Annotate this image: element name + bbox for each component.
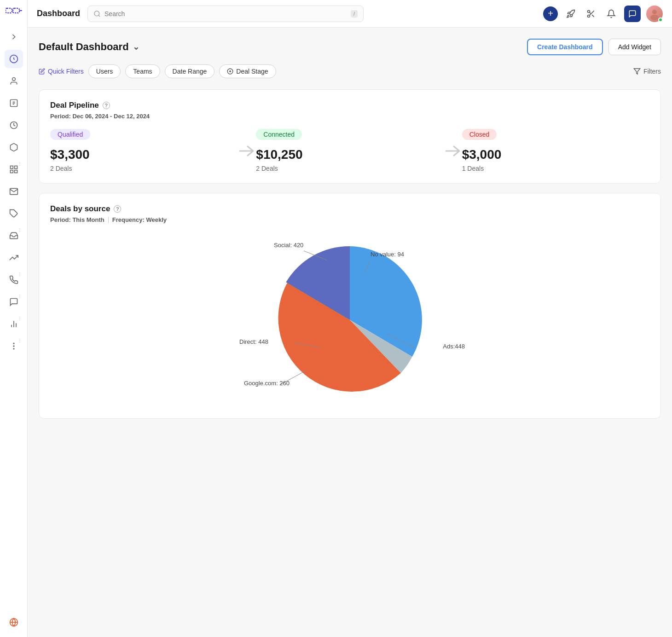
navbar-actions: + bbox=[543, 6, 663, 22]
deal-pipeline-title: Deal Pipeline ? bbox=[50, 101, 649, 110]
svg-point-21 bbox=[588, 10, 590, 12]
stage-amount-connected: $10,250 bbox=[256, 147, 443, 162]
page-header: Default Dashboard ⌄ Create Dashboard Add… bbox=[39, 39, 661, 55]
pie-label-social: Social: 420 bbox=[274, 242, 303, 249]
filter-chip-deal-stage[interactable]: Deal Stage bbox=[219, 64, 276, 78]
svg-rect-8 bbox=[10, 170, 13, 173]
quick-filters-bar: Quick Filters Users Teams Date Range Dea… bbox=[39, 64, 661, 78]
deals-by-source-card: Deals by source ? Period: This Month Fre… bbox=[39, 193, 661, 419]
online-indicator bbox=[658, 17, 663, 22]
svg-line-25 bbox=[590, 12, 591, 13]
svg-point-15 bbox=[13, 343, 14, 344]
pie-label-direct: Direct: 448 bbox=[239, 338, 268, 345]
pie-chart-svg bbox=[272, 242, 428, 398]
deal-stage-icon bbox=[227, 68, 233, 75]
stage-badge-connected: Connected bbox=[256, 129, 302, 140]
svg-point-27 bbox=[650, 15, 659, 20]
pie-label-google: Google.com: 260 bbox=[244, 380, 290, 387]
stage-amount-closed: $3,000 bbox=[462, 147, 649, 162]
sidebar-item-analytics[interactable]: ⋮ bbox=[5, 315, 23, 333]
sidebar-item-contacts[interactable] bbox=[5, 72, 23, 90]
pipeline-stage-closed: Closed $3,000 1 Deals bbox=[462, 129, 649, 172]
sidebar-item-reports[interactable] bbox=[5, 94, 23, 112]
quick-filters-label[interactable]: Quick Filters bbox=[39, 68, 84, 75]
create-dashboard-button[interactable]: Create Dashboard bbox=[527, 39, 603, 55]
svg-point-19 bbox=[94, 11, 99, 16]
sidebar-item-pipelines[interactable] bbox=[5, 249, 23, 267]
sidebar-item-widgets[interactable]: ⋮ bbox=[5, 160, 23, 179]
filter-chip-users[interactable]: Users bbox=[88, 64, 121, 78]
bell-icon[interactable] bbox=[604, 6, 619, 21]
user-avatar[interactable] bbox=[646, 6, 663, 22]
svg-marker-31 bbox=[634, 69, 640, 74]
sidebar-item-mail[interactable] bbox=[5, 182, 23, 201]
page-title[interactable]: Default Dashboard ⌄ bbox=[39, 41, 139, 53]
sidebar-item-inbox[interactable]: ⋮ bbox=[5, 226, 23, 245]
search-kbd: / bbox=[351, 10, 358, 17]
stage-badge-qualified: Qualified bbox=[50, 129, 90, 140]
deal-pipeline-card: Deal Pipeline ? Period: Dec 06, 2024 - D… bbox=[39, 89, 661, 184]
title-text: Dashboard bbox=[37, 9, 80, 18]
deals-by-source-title: Deals by source ? bbox=[50, 204, 649, 214]
content-area: Default Dashboard ⌄ Create Dashboard Add… bbox=[28, 28, 672, 637]
filter-icon bbox=[633, 68, 641, 75]
title-caret-icon: ⌄ bbox=[133, 42, 139, 52]
stage-deals-qualified: 2 Deals bbox=[50, 165, 238, 172]
deals-by-source-chart: No value: 94 bbox=[50, 232, 649, 407]
filter-chip-teams[interactable]: Teams bbox=[125, 64, 160, 78]
chat-button[interactable] bbox=[624, 6, 641, 22]
edit-icon bbox=[39, 68, 45, 75]
svg-rect-7 bbox=[14, 166, 17, 169]
sidebar-item-boxes[interactable] bbox=[5, 138, 23, 156]
sidebar-item-globe[interactable] bbox=[5, 613, 23, 631]
svg-line-24 bbox=[592, 15, 594, 17]
pipeline-stage-connected: Connected $10,250 2 Deals bbox=[256, 129, 443, 172]
main-container: Dashboard / + bbox=[28, 0, 672, 637]
search-bar[interactable]: / bbox=[87, 6, 364, 22]
sidebar-item-chat[interactable]: ⋮ bbox=[5, 293, 23, 311]
search-input[interactable] bbox=[104, 10, 347, 17]
deals-by-source-info-icon[interactable]: ? bbox=[114, 205, 121, 213]
add-button[interactable]: + bbox=[543, 6, 558, 21]
stage-deals-connected: 2 Deals bbox=[256, 165, 443, 172]
svg-point-26 bbox=[652, 10, 657, 14]
stage-amount-qualified: $3,300 bbox=[50, 147, 238, 162]
sidebar-item-broadcast[interactable]: ⋮ bbox=[5, 271, 23, 289]
filters-button[interactable]: Filters bbox=[633, 68, 661, 75]
deal-pipeline-info-icon[interactable]: ? bbox=[103, 102, 110, 109]
pipeline-stages: Qualified $3,300 2 Deals Connected $10,2… bbox=[50, 129, 649, 172]
svg-rect-1 bbox=[13, 8, 19, 13]
navbar: Dashboard / + bbox=[28, 0, 672, 28]
svg-point-3 bbox=[12, 78, 15, 81]
scissors-icon[interactable] bbox=[584, 6, 598, 21]
svg-rect-9 bbox=[14, 170, 17, 173]
deal-pipeline-period: Period: Dec 06, 2024 - Dec 12, 2024 bbox=[50, 113, 649, 120]
pie-label-no-value: No value: 94 bbox=[371, 251, 404, 258]
svg-point-16 bbox=[13, 348, 14, 349]
rocket-icon[interactable] bbox=[563, 6, 578, 21]
add-widget-button[interactable]: Add Widget bbox=[608, 39, 661, 55]
stage-badge-closed: Closed bbox=[462, 129, 497, 140]
sidebar-item-deals[interactable] bbox=[5, 116, 23, 134]
svg-rect-6 bbox=[10, 166, 13, 169]
filter-chip-date-range[interactable]: Date Range bbox=[165, 64, 215, 78]
pipeline-arrow-2 bbox=[444, 129, 462, 159]
svg-line-20 bbox=[98, 15, 100, 17]
deals-by-source-subtitle: Period: This Month Frequency: Weekly bbox=[50, 216, 649, 223]
stage-deals-closed: 1 Deals bbox=[462, 165, 649, 172]
sidebar-nav-arrow[interactable] bbox=[5, 28, 23, 46]
svg-rect-0 bbox=[6, 8, 12, 13]
pipeline-arrow-1 bbox=[238, 129, 256, 159]
app-logo[interactable] bbox=[5, 6, 23, 20]
app-title: Dashboard bbox=[37, 9, 80, 18]
sidebar-item-tags[interactable] bbox=[5, 204, 23, 223]
header-buttons: Create Dashboard Add Widget bbox=[527, 39, 661, 55]
pie-label-ads: Ads:448 bbox=[443, 343, 465, 350]
sidebar-item-more[interactable]: ⋮ bbox=[5, 337, 23, 355]
sidebar-item-dashboard[interactable] bbox=[5, 50, 23, 68]
search-icon bbox=[93, 10, 101, 17]
svg-point-14 bbox=[13, 346, 14, 347]
svg-point-22 bbox=[588, 15, 590, 17]
subtitle-divider bbox=[108, 217, 109, 223]
sidebar: ⋮ ⋮ ⋮ ⋮ ⋮ ⋮ bbox=[0, 0, 28, 637]
